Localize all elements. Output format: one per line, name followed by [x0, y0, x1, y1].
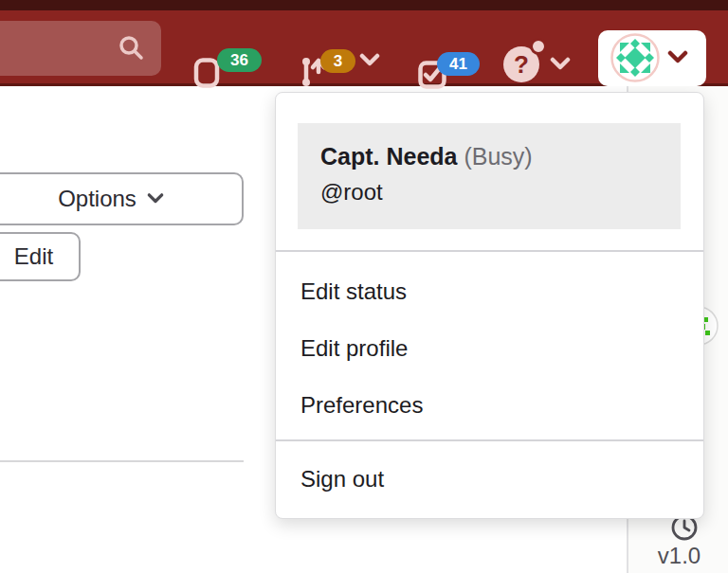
topbar-accent-strip [0, 0, 728, 10]
merge-requests-counter-button[interactable]: 3 [299, 34, 333, 110]
user-username: @root [320, 174, 681, 210]
issues-icon [193, 58, 220, 88]
menu-divider [276, 250, 703, 252]
issues-counter-button[interactable]: 36 [193, 35, 220, 111]
notification-dot [530, 38, 547, 55]
user-display-name: Capt. Needa [320, 143, 457, 170]
screen: 36 3 41 ? [0, 0, 728, 573]
menu-item-edit-status[interactable]: Edit status [276, 263, 703, 320]
version-label: v1.0 [628, 543, 728, 569]
todos-count-badge: 41 [437, 52, 480, 76]
todos-counter-button[interactable]: 41 [418, 37, 446, 113]
search-icon [118, 34, 146, 63]
options-button-label: Options [58, 186, 136, 212]
user-avatar-button[interactable] [598, 30, 706, 86]
menu-item-sign-out[interactable]: Sign out [276, 450, 703, 509]
chevron-down-icon [146, 192, 165, 206]
search-input[interactable] [0, 21, 161, 76]
edit-button[interactable]: Edit [0, 232, 81, 281]
topbar: 36 3 41 ? [0, 10, 728, 86]
chevron-down-icon [358, 53, 381, 68]
options-button[interactable]: Options [0, 172, 244, 225]
merge-requests-count-badge: 3 [320, 49, 355, 73]
user-avatar [610, 33, 660, 82]
help-button[interactable]: ? [503, 46, 570, 84]
user-menu-header: Capt. Needa (Busy) @root [298, 123, 681, 229]
chevron-down-icon [549, 57, 572, 72]
menu-item-edit-profile[interactable]: Edit profile [276, 320, 703, 377]
edit-button-label: Edit [14, 243, 53, 270]
user-menu-dropdown: Capt. Needa (Busy) @root Edit status Edi… [275, 92, 704, 519]
user-status: (Busy) [464, 143, 532, 170]
issues-count-badge: 36 [217, 48, 262, 72]
content-divider [0, 460, 244, 462]
menu-divider [276, 439, 703, 441]
chevron-down-icon [666, 50, 689, 65]
menu-item-preferences[interactable]: Preferences [276, 377, 703, 434]
